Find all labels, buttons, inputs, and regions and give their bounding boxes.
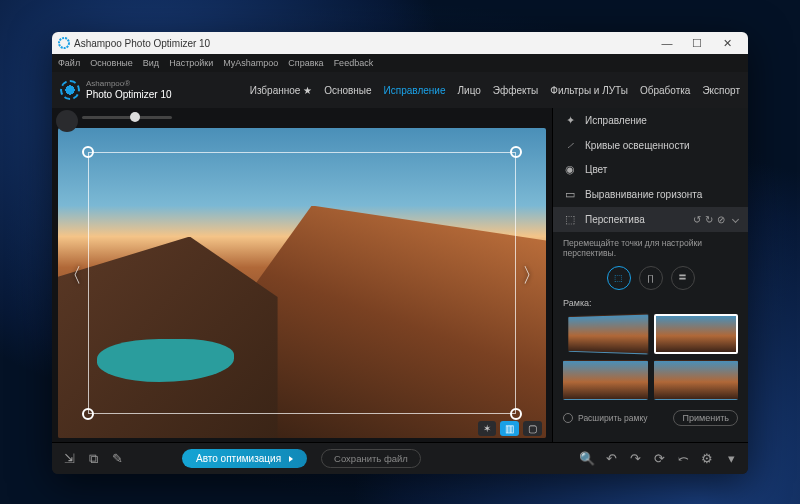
- settings-icon[interactable]: ⚙: [698, 451, 716, 466]
- panel-label: Цвет: [585, 164, 607, 175]
- mode-free-icon[interactable]: ⬚: [607, 266, 631, 290]
- close-button[interactable]: ✕: [712, 37, 742, 50]
- svg-point-0: [59, 38, 69, 48]
- split-view-icon[interactable]: ▥: [500, 421, 519, 436]
- single-view-icon[interactable]: ▢: [523, 421, 542, 436]
- image-viewport[interactable]: [58, 128, 546, 438]
- handle-bottom-right[interactable]: [510, 408, 522, 420]
- frame-preset-3[interactable]: [563, 360, 648, 400]
- panel-item-curves[interactable]: ⟋ Кривые освещенности: [553, 133, 748, 157]
- zoom-reset-button[interactable]: [56, 110, 78, 132]
- canvas-area: 〈 〉 ✶ ▥ ▢: [52, 108, 552, 442]
- copy-icon[interactable]: ⧉: [84, 451, 102, 467]
- menu-main[interactable]: Основные: [90, 58, 133, 68]
- rotate-left-icon[interactable]: ↺: [693, 214, 701, 225]
- menubar: Файл Основные Вид Настройки MyAshampoo С…: [52, 54, 748, 72]
- panel-label: Кривые освещенности: [585, 140, 690, 151]
- mode-vertical-icon[interactable]: ∏: [639, 266, 663, 290]
- side-panel: ✦ Исправление ⟋ Кривые освещенности ◉ Цв…: [552, 108, 748, 442]
- app-icon: [58, 37, 70, 49]
- frame-preset-4[interactable]: [654, 360, 739, 400]
- handle-bottom-left[interactable]: [82, 408, 94, 420]
- maximize-button[interactable]: ☐: [682, 37, 712, 50]
- frames-label: Рамка:: [563, 298, 738, 308]
- panel-label: Исправление: [585, 115, 647, 126]
- menu-file[interactable]: Файл: [58, 58, 80, 68]
- brand-logo: Ashampoo® Photo Optimizer 10: [60, 80, 172, 100]
- color-icon: ◉: [563, 163, 577, 176]
- apply-button[interactable]: Применить: [673, 410, 738, 426]
- tab-favorites[interactable]: Избранное ★: [250, 85, 312, 96]
- logo-mark-icon: [60, 80, 80, 100]
- tab-filters[interactable]: Фильтры и ЛУТы: [550, 85, 628, 96]
- curves-icon: ⟋: [563, 139, 577, 151]
- panel-item-perspective[interactable]: ⬚ Перспектива ↺ ↻ ⊘: [553, 207, 748, 232]
- panel-item-horizon[interactable]: ▭ Выравнивание горизонта: [553, 182, 748, 207]
- tab-correction[interactable]: Исправление: [384, 85, 446, 96]
- menu-myashampoo[interactable]: MyAshampoo: [223, 58, 278, 68]
- menu-view[interactable]: Вид: [143, 58, 159, 68]
- panel-item-correction[interactable]: ✦ Исправление: [553, 108, 748, 133]
- tab-export[interactable]: Экспорт: [702, 85, 740, 96]
- next-image-button[interactable]: 〉: [522, 262, 542, 289]
- tab-effects[interactable]: Эффекты: [493, 85, 538, 96]
- app-window: Ashampoo Photo Optimizer 10 ― ☐ ✕ Файл О…: [52, 32, 748, 474]
- perspective-subpanel: Перемещайте точки для настройки перспект…: [553, 232, 748, 436]
- wand-icon: ✦: [563, 114, 577, 127]
- handle-top-right[interactable]: [510, 146, 522, 158]
- undo-icon[interactable]: ↶: [602, 451, 620, 466]
- perspective-icon: ⬚: [563, 213, 577, 226]
- tab-processing[interactable]: Обработка: [640, 85, 690, 96]
- handle-top-left[interactable]: [82, 146, 94, 158]
- compare-icon[interactable]: ✶: [478, 421, 496, 436]
- panel-label: Выравнивание горизонта: [585, 189, 702, 200]
- frame-preset-2[interactable]: [654, 314, 739, 354]
- export-icon[interactable]: ⇲: [60, 451, 78, 466]
- history-icon[interactable]: ⟳: [650, 451, 668, 466]
- frame-preset-1[interactable]: [568, 314, 647, 355]
- panel-label: Перспектива: [585, 214, 645, 225]
- tab-face[interactable]: Лицо: [457, 85, 480, 96]
- prev-image-button[interactable]: 〈: [62, 262, 82, 289]
- brand-line1: Ashampoo®: [86, 80, 172, 89]
- tab-main[interactable]: Основные: [324, 85, 371, 96]
- brand-line2: Photo Optimizer 10: [86, 89, 172, 100]
- reset-icon[interactable]: ⊘: [717, 214, 725, 225]
- horizon-icon: ▭: [563, 188, 577, 201]
- main-area: 〈 〉 ✶ ▥ ▢ ✦ Исправление ⟋ Кривые освещен…: [52, 108, 748, 442]
- menu-settings[interactable]: Настройки: [169, 58, 213, 68]
- minimize-button[interactable]: ―: [652, 37, 682, 50]
- perspective-hint: Перемещайте точки для настройки перспект…: [563, 238, 738, 258]
- zoom-slider[interactable]: [82, 116, 172, 119]
- revert-icon[interactable]: ⤺: [674, 451, 692, 466]
- window-title: Ashampoo Photo Optimizer 10: [74, 38, 652, 49]
- panel-item-color[interactable]: ◉ Цвет: [553, 157, 748, 182]
- menu-feedback[interactable]: Feedback: [334, 58, 374, 68]
- bottom-toolbar: ⇲ ⧉ ✎ Авто оптимизация Сохранить файл 🔍 …: [52, 442, 748, 474]
- redo-icon[interactable]: ↷: [626, 451, 644, 466]
- chevron-down-icon: [732, 216, 739, 223]
- header: Ashampoo® Photo Optimizer 10 Избранное ★…: [52, 72, 748, 108]
- view-toggle: ✶ ▥ ▢: [478, 421, 542, 436]
- main-tabs: Избранное ★ Основные Исправление Лицо Эф…: [250, 85, 740, 96]
- more-icon[interactable]: ▾: [722, 451, 740, 466]
- rotate-right-icon[interactable]: ↻: [705, 214, 713, 225]
- auto-optimize-button[interactable]: Авто оптимизация: [182, 449, 307, 468]
- magnify-icon[interactable]: 🔍: [578, 451, 596, 466]
- perspective-frame[interactable]: [88, 152, 516, 414]
- menu-help[interactable]: Справка: [288, 58, 323, 68]
- brush-icon[interactable]: ✎: [108, 451, 126, 466]
- mode-horizontal-icon[interactable]: 〓: [671, 266, 695, 290]
- expand-frame-radio[interactable]: Расширить рамку: [563, 413, 647, 424]
- titlebar: Ashampoo Photo Optimizer 10 ― ☐ ✕: [52, 32, 748, 54]
- save-file-button[interactable]: Сохранить файл: [321, 449, 421, 468]
